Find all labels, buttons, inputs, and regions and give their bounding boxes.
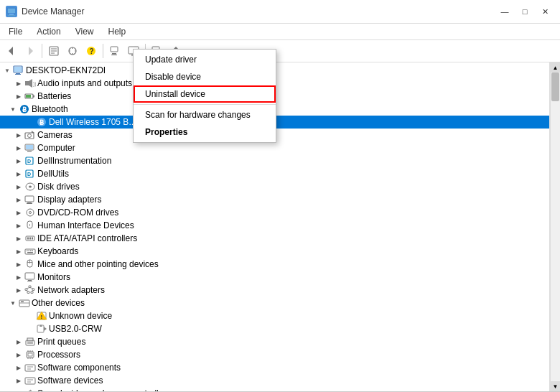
context-menu-disable-device[interactable]: Disable device [134, 68, 276, 85]
svg-rect-104 [25, 365, 35, 371]
svg-rect-17 [111, 47, 118, 52]
maximize-button[interactable]: □ [515, 4, 534, 19]
svg-marker-5 [29, 47, 33, 55]
svg-marker-42 [32, 131, 34, 133]
svg-rect-76 [25, 289, 27, 291]
context-menu-scan[interactable]: Scan for hardware changes [134, 106, 276, 123]
tree-software-devices[interactable]: ▶ Software devices [0, 374, 549, 387]
tree-mice[interactable]: ▶ Mice and other pointing devices [0, 258, 549, 271]
scan-button[interactable] [64, 42, 81, 60]
audio-toggle[interactable]: ▶ [13, 80, 24, 87]
software-devices-toggle[interactable]: ▶ [13, 378, 24, 384]
network-adapters-label: Network adapters [37, 285, 105, 295]
tree-sound[interactable]: ▶ ))) Sound, video and game controllers [0, 387, 549, 391]
ide-toggle[interactable]: ▶ [13, 235, 24, 242]
root-toggle[interactable]: ▼ [1, 67, 13, 74]
tree-display-adapters[interactable]: ▶ Display adapters [0, 193, 549, 206]
scrollbar[interactable]: ▲ ▼ [550, 62, 560, 391]
svg-point-56 [29, 212, 32, 214]
svg-rect-77 [32, 289, 34, 291]
forward-button[interactable] [22, 42, 39, 60]
tree-keyboards[interactable]: ▶ Keyboards [0, 245, 549, 258]
dell-instrumentation-label: DellInstrumentation [37, 156, 111, 166]
device-view-button[interactable] [106, 42, 123, 60]
menu-help[interactable]: Help [103, 25, 132, 38]
disk-drives-icon [24, 181, 36, 192]
monitors-icon [24, 271, 36, 283]
tree-monitors[interactable]: ▶ Monitors [0, 271, 549, 284]
svg-point-55 [27, 209, 34, 216]
svg-rect-1 [9, 14, 14, 15]
scroll-thumb[interactable] [551, 73, 559, 101]
bluetooth-label: Bluetooth [32, 104, 68, 114]
tree-processors[interactable]: ▶ Processors [0, 348, 549, 361]
toolbar-sep-1 [42, 44, 42, 58]
dell-instrumentation-toggle[interactable]: ▶ [13, 158, 24, 164]
tree-dell-instrumentation[interactable]: ▶ D DellInstrumentation [0, 154, 549, 167]
context-menu-update-driver[interactable]: Update driver [134, 51, 276, 68]
monitors-toggle[interactable]: ▶ [13, 274, 24, 281]
properties-button[interactable] [45, 42, 62, 60]
usb-crw-label: USB2.0-CRW [49, 324, 102, 334]
svg-rect-65 [29, 251, 30, 252]
software-components-toggle[interactable]: ▶ [13, 365, 24, 371]
tree-print-queues[interactable]: ▶ Print queues [0, 335, 549, 348]
svg-point-41 [28, 134, 32, 138]
other-devices-toggle[interactable]: ▼ [7, 300, 19, 307]
svg-rect-29 [15, 74, 21, 75]
network-adapters-toggle[interactable]: ▶ [13, 287, 24, 294]
tree-dvd[interactable]: ▶ DVD/CD-ROM drives [0, 206, 549, 219]
context-menu-separator [134, 104, 276, 105]
tree-computer[interactable]: ▶ Computer [0, 141, 549, 154]
context-menu-uninstall-device[interactable]: Uninstall device [134, 85, 276, 103]
software-devices-label: Software devices [37, 375, 103, 386]
tree-other-devices[interactable]: ▼ Other devices [0, 297, 549, 309]
dell-instrumentation-icon: D [24, 155, 36, 167]
tree-software-components[interactable]: ▶ Software components [0, 361, 549, 374]
print-queues-toggle[interactable]: ▶ [13, 339, 24, 345]
help-button[interactable]: ? [83, 42, 100, 60]
svg-text:?: ? [90, 47, 94, 55]
mice-toggle[interactable]: ▶ [13, 261, 24, 268]
tree-usb-crw[interactable]: ▶ USB2.0-CRW [0, 322, 549, 335]
svg-rect-63 [25, 249, 35, 254]
keyboards-toggle[interactable]: ▶ [13, 248, 24, 255]
tree-ide[interactable]: ▶ IDE ATA/ATAPI controllers [0, 232, 549, 245]
hid-toggle[interactable]: ▶ [13, 223, 24, 229]
scroll-up[interactable]: ▲ [551, 62, 561, 73]
svg-rect-79 [31, 291, 33, 294]
bluetooth-toggle[interactable]: ▼ [7, 106, 19, 113]
svg-rect-78 [27, 291, 29, 294]
menu-file[interactable]: File [3, 25, 28, 38]
sound-toggle[interactable]: ▶ [13, 391, 24, 392]
svg-rect-74 [27, 281, 32, 281]
close-button[interactable]: ✕ [536, 4, 554, 19]
minimize-button[interactable]: — [495, 4, 514, 19]
dell-utils-toggle[interactable]: ▶ [13, 171, 24, 177]
display-adapters-toggle[interactable]: ▶ [13, 197, 24, 203]
menu-action[interactable]: Action [31, 25, 66, 38]
print-queues-icon [24, 336, 36, 347]
software-devices-icon [24, 375, 36, 386]
dell-utils-icon: D [24, 168, 36, 179]
processors-toggle[interactable]: ▶ [13, 352, 24, 358]
tree-disk-drives[interactable]: ▶ Disk drives [0, 180, 549, 193]
cameras-toggle[interactable]: ▶ [13, 132, 24, 139]
back-button[interactable] [3, 42, 20, 60]
menu-view[interactable]: View [70, 25, 100, 38]
batteries-toggle[interactable]: ▶ [13, 93, 24, 100]
tree-network-adapters[interactable]: ▶ Network adapters [0, 284, 549, 297]
other-devices-icon [19, 297, 30, 309]
tree-unknown-device[interactable]: ▶ ! Unknown device [0, 309, 549, 322]
svg-rect-19 [111, 55, 117, 55]
tree-dell-utils[interactable]: ▶ D DellUtils [0, 167, 549, 180]
batteries-icon [24, 90, 36, 102]
scroll-down[interactable]: ▼ [551, 381, 561, 391]
tree-hid[interactable]: ▶ Human Interface Devices [0, 219, 549, 232]
title-bar: Device Manager — □ ✕ [0, 0, 560, 24]
computer-toggle[interactable]: ▶ [13, 145, 24, 151]
dvd-toggle[interactable]: ▶ [13, 210, 24, 216]
disk-drives-toggle[interactable]: ▶ [13, 184, 24, 190]
ide-label: IDE ATA/ATAPI controllers [37, 233, 137, 243]
context-menu-properties[interactable]: Properties [134, 123, 276, 141]
